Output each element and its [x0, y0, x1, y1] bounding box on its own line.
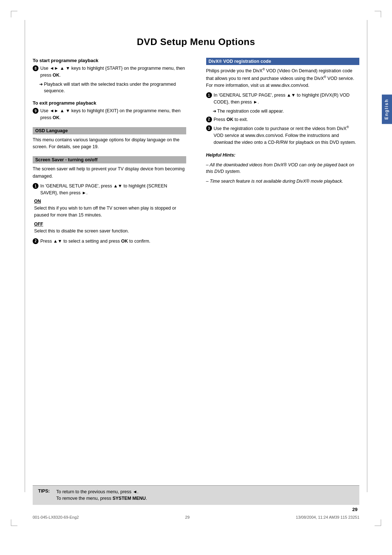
start-playback-heading: To start programme playback [33, 58, 186, 63]
divx-vod-body: Philips provide you the DivX® VOD (Video… [206, 67, 360, 89]
footer-bottom: 001-045-LX8320-69-Eng2 29 13/08/2004, 11… [33, 515, 359, 519]
screen-saver-step2-num: 2 [33, 238, 38, 244]
vline-right [367, 20, 367, 492]
divx-step1-text: In 'GENERAL SETUP PAGE', press ▲▼ to hig… [214, 92, 360, 106]
exit-playback-heading: To exit programme playback [33, 100, 186, 106]
step-9-text: Use ◄► ▲ ▼ keys to highlight {EXIT} on t… [40, 108, 186, 121]
osd-body: This menu contains various language opti… [33, 137, 186, 151]
divx-step1-arrow: ➜ The registration code will appear. [213, 108, 360, 115]
step-8: 8 Use ◄► ▲ ▼ keys to highlight {START} o… [33, 65, 186, 79]
on-text: Select this if you wish to turn off the … [34, 205, 186, 219]
screen-saver-heading: Screen Saver - turning on/off [33, 156, 186, 163]
corner-mark-tr [375, 11, 381, 17]
off-section: OFF Select this to disable the screen sa… [34, 222, 186, 235]
screen-saver-step1-text: In 'GENERAL SETUP PAGE', press ▲▼ to hig… [40, 183, 186, 197]
step-8-num: 8 [33, 65, 38, 71]
divx-step2-num: 2 [206, 117, 212, 122]
divx-vod-heading: DivX® VOD registration code [206, 58, 360, 65]
off-text: Select this to disable the screen saver … [34, 228, 186, 235]
page-title: DVD Setup Menu Options [0, 36, 392, 48]
helpful-hints-section: Helpful Hints: – All the downloaded vide… [206, 152, 360, 185]
step-8-arrow: ➜ Playback will start with the selected … [39, 81, 186, 95]
left-column: To start programme playback 8 Use ◄► ▲ ▼… [33, 58, 192, 250]
english-side-tab: English [382, 94, 392, 124]
divx-step2: 2 Press OK to exit. [206, 116, 360, 123]
arrow-icon-2: ➜ [213, 108, 216, 114]
divx-step3: 3 Use the registration code to purchase … [206, 125, 360, 146]
right-column: DivX® VOD registration code Philips prov… [203, 58, 360, 250]
helpful-hint-1: – All the downloaded videos from DivX® V… [206, 162, 360, 175]
section-start-playback: To start programme playback 8 Use ◄► ▲ ▼… [33, 58, 186, 94]
footer-center: 29 [185, 515, 189, 519]
main-content: To start programme playback 8 Use ◄► ▲ ▼… [33, 58, 359, 250]
screen-saver-step2: 2 Press ▲▼ to select a setting and press… [33, 238, 186, 245]
screen-saver-step1-num: 1 [33, 183, 38, 189]
tips-line2: To remove the menu, press SYSTEM MENU. [56, 495, 147, 502]
divx-step3-text: Use the registration code to purchase or… [214, 125, 360, 146]
footer-left: 001-045-LX8320-69-Eng2 [33, 515, 79, 519]
divx-step1-num: 1 [206, 92, 212, 98]
step-9: 9 Use ◄► ▲ ▼ keys to highlight {EXIT} on… [33, 108, 186, 121]
bottom-section: TIPS: To return to the previous menu, pr… [0, 485, 392, 523]
helpful-hints-label: Helpful Hints: [206, 152, 360, 159]
page-container: English DVD Setup Menu Options To start … [0, 0, 392, 555]
on-section: ON Select this if you wish to turn off t… [34, 199, 186, 219]
tips-bar: TIPS: To return to the previous menu, pr… [33, 486, 359, 505]
step-9-num: 9 [33, 108, 38, 114]
osd-heading: OSD Language [33, 127, 186, 134]
divx-step1-arrow-text: The registration code will appear. [217, 108, 284, 115]
section-osd: OSD Language This menu contains various … [33, 127, 186, 151]
vline-left [25, 20, 25, 492]
section-divx-vod: DivX® VOD registration code Philips prov… [206, 58, 360, 146]
tips-content: To return to the previous menu, press ◄.… [56, 489, 147, 502]
screen-saver-step2-text: Press ▲▼ to select a setting and press O… [40, 238, 186, 245]
section-screen-saver: Screen Saver - turning on/off The screen… [33, 156, 186, 244]
page-number: 29 [0, 507, 358, 512]
divx-step1: 1 In 'GENERAL SETUP PAGE', press ▲▼ to h… [206, 92, 360, 106]
screen-saver-step1: 1 In 'GENERAL SETUP PAGE', press ▲▼ to h… [33, 183, 186, 197]
tips-label: TIPS: [38, 489, 54, 494]
section-exit-playback: To exit programme playback 9 Use ◄► ▲ ▼ … [33, 100, 186, 121]
off-heading: OFF [34, 222, 186, 227]
tips-line1: To return to the previous menu, press ◄. [56, 489, 147, 495]
footer-right: 13/08/2004, 11:24 AM39 115 23251 [296, 515, 359, 519]
on-heading: ON [34, 199, 186, 204]
helpful-hint-2: – Time search feature is not available d… [206, 178, 360, 185]
arrow-icon: ➜ [39, 81, 43, 88]
screen-saver-body: The screen saver will help to prevent yo… [33, 166, 186, 180]
corner-mark-tl [11, 11, 17, 17]
step-8-arrow-text: Playback will start with the selected tr… [44, 81, 186, 95]
step-8-text: Use ◄► ▲ ▼ keys to highlight {START} on … [40, 65, 186, 79]
divx-step2-text: Press OK to exit. [214, 116, 360, 123]
divx-step3-num: 3 [206, 125, 212, 131]
